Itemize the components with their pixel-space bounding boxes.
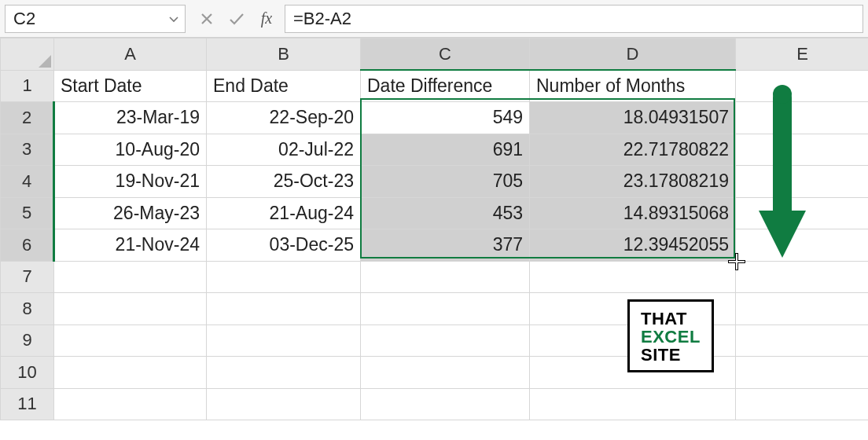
cell-b6[interactable]: 03-Dec-25: [207, 229, 361, 262]
cell-e8[interactable]: [736, 293, 869, 325]
cell-d9[interactable]: [530, 324, 736, 357]
col-header-b[interactable]: B: [207, 38, 361, 71]
cell-e10[interactable]: [736, 357, 869, 389]
cell-value: Number of Months: [536, 75, 685, 96]
row-header-2[interactable]: 2: [1, 102, 54, 134]
row-label: 1: [22, 75, 31, 95]
col-header-d[interactable]: D: [530, 38, 736, 71]
row-header-4[interactable]: 4: [1, 166, 54, 198]
cell-a1[interactable]: Start Date: [54, 70, 207, 102]
cell-d2[interactable]: 18.04931507: [530, 102, 736, 134]
cell-b11[interactable]: [207, 388, 361, 420]
cell-c9[interactable]: [361, 324, 530, 357]
cell-c5[interactable]: 453: [361, 197, 530, 229]
cell-a5[interactable]: 26-May-23: [54, 197, 207, 229]
formula-input[interactable]: =B2-A2: [285, 5, 863, 33]
cell-a11[interactable]: [54, 388, 207, 420]
cell-e3[interactable]: [736, 134, 869, 166]
cell-a6[interactable]: 21-Nov-24: [54, 229, 207, 262]
row-header-6[interactable]: 6: [1, 229, 54, 262]
cell-b7[interactable]: [207, 261, 361, 293]
col-header-e[interactable]: E: [736, 38, 869, 71]
cell-value: 691: [493, 139, 523, 160]
cell-a3[interactable]: 10-Aug-20: [54, 134, 207, 166]
row-header-10[interactable]: 10: [1, 357, 54, 389]
cell-c1[interactable]: Date Difference: [361, 70, 530, 102]
cell-c8[interactable]: [361, 293, 530, 325]
cell-c3[interactable]: 691: [361, 134, 530, 166]
cancel-icon[interactable]: [192, 5, 222, 33]
cell-b1[interactable]: End Date: [207, 70, 361, 102]
spreadsheet-grid: A B C D E 1 Start Date End Date Date Dif…: [0, 38, 868, 420]
row-header-1[interactable]: 1: [1, 70, 54, 102]
cell-d6[interactable]: 12.39452055: [530, 229, 736, 262]
cell-c6[interactable]: 377: [361, 229, 530, 262]
cell-c2[interactable]: 549: [361, 102, 530, 134]
cell-b2[interactable]: 22-Sep-20: [207, 102, 361, 134]
cell-d4[interactable]: 23.17808219: [530, 166, 736, 198]
cell-value: 10-Aug-20: [116, 139, 200, 160]
cell-value: 12.39452055: [623, 234, 729, 255]
cell-c10[interactable]: [361, 357, 530, 389]
confirm-icon[interactable]: [222, 5, 252, 33]
cell-value: 22.71780822: [623, 139, 729, 160]
cell-d8[interactable]: [530, 293, 736, 325]
cell-d1[interactable]: Number of Months: [530, 70, 736, 102]
cell-b3[interactable]: 02-Jul-22: [207, 134, 361, 166]
row-header-11[interactable]: 11: [1, 388, 54, 420]
row-header-7[interactable]: 7: [1, 261, 54, 293]
fx-label: fx: [261, 9, 272, 28]
fx-icon[interactable]: fx: [252, 5, 281, 33]
cell-e1[interactable]: [736, 70, 869, 102]
col-label: C: [439, 44, 451, 64]
cell-e11[interactable]: [736, 388, 869, 420]
cell-b10[interactable]: [207, 357, 361, 389]
col-header-c[interactable]: C: [361, 38, 530, 71]
row-header-9[interactable]: 9: [1, 324, 54, 357]
name-box[interactable]: C2: [5, 5, 186, 33]
cell-e5[interactable]: [736, 197, 869, 229]
row-header-5[interactable]: 5: [1, 197, 54, 229]
cell-d5[interactable]: 14.89315068: [530, 197, 736, 229]
cell-value: 14.89315068: [623, 203, 729, 223]
cell-d3[interactable]: 22.71780822: [530, 134, 736, 166]
cell-value: 03-Dec-25: [270, 234, 354, 255]
row-label: 4: [22, 171, 31, 191]
cell-a2[interactable]: 23-Mar-19: [54, 102, 207, 134]
cell-e2[interactable]: [736, 102, 869, 134]
row-header-3[interactable]: 3: [1, 134, 54, 166]
cell-e9[interactable]: [736, 324, 869, 357]
cell-value: 19-Nov-21: [116, 170, 200, 191]
cell-a10[interactable]: [54, 357, 207, 389]
select-all-corner[interactable]: [1, 38, 54, 71]
cell-b4[interactable]: 25-Oct-23: [207, 166, 361, 198]
cell-a9[interactable]: [54, 324, 207, 357]
cell-d11[interactable]: [530, 388, 736, 420]
col-header-a[interactable]: A: [54, 38, 207, 71]
formula-text: =B2-A2: [293, 9, 351, 29]
cell-b9[interactable]: [207, 324, 361, 357]
row-label: 6: [22, 235, 31, 255]
cell-a8[interactable]: [54, 293, 207, 325]
cell-e4[interactable]: [736, 166, 869, 198]
cell-b5[interactable]: 21-Aug-24: [207, 197, 361, 229]
col-label: A: [124, 44, 136, 64]
name-box-value: C2: [13, 9, 35, 29]
cell-value: 21-Aug-24: [270, 203, 354, 223]
cell-b8[interactable]: [207, 293, 361, 325]
cell-d7[interactable]: [530, 261, 736, 293]
cell-a4[interactable]: 19-Nov-21: [54, 166, 207, 198]
chevron-down-icon[interactable]: [169, 13, 178, 25]
cell-d10[interactable]: [530, 357, 736, 389]
cell-value: 377: [493, 234, 523, 255]
cell-c11[interactable]: [361, 388, 530, 420]
cell-a7[interactable]: [54, 261, 207, 293]
cell-e6[interactable]: [736, 229, 869, 262]
cell-value: 26-May-23: [113, 203, 200, 223]
cell-c7[interactable]: [361, 261, 530, 293]
row-label: 8: [22, 299, 31, 318]
row-header-8[interactable]: 8: [1, 293, 54, 325]
cell-e7[interactable]: [736, 261, 869, 293]
cell-c4[interactable]: 705: [361, 166, 530, 198]
cell-value: 705: [493, 170, 523, 191]
